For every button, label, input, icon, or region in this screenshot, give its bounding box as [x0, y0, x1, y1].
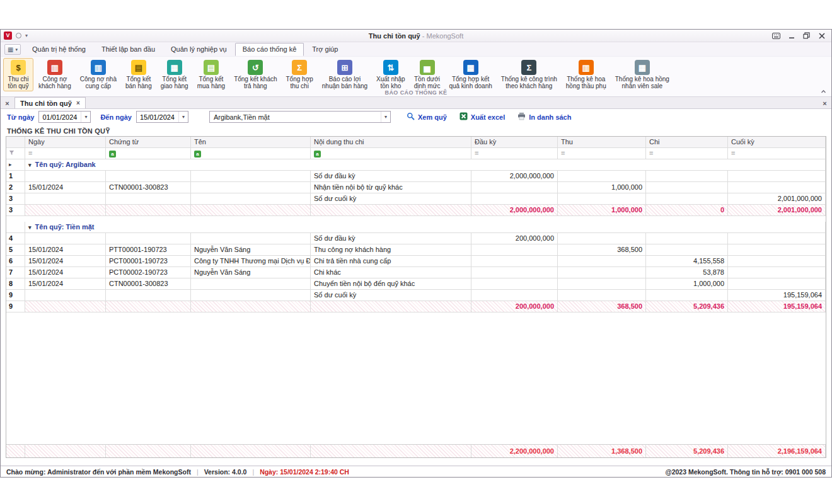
ribbon-item-9[interactable]: ⇅Xuất nhập tồn kho — [373, 58, 409, 91]
column-filter-7[interactable]: = — [728, 148, 826, 159]
text-filter-icon: a — [194, 151, 201, 158]
table-row[interactable]: 215/01/2024CTN00001-300823Nhận tiền nội … — [6, 182, 826, 193]
action-button-0[interactable]: Xem quỹ — [407, 112, 447, 122]
quick-access-toggle-icon[interactable] — [16, 33, 21, 38]
cell-4 — [471, 267, 558, 278]
close-all-tabs-icon[interactable]: × — [3, 98, 12, 108]
ribbon-item-12[interactable]: ΣThống kê công trình theo khách hàng — [497, 58, 561, 91]
row-filter-icon[interactable] — [6, 148, 25, 159]
column-header-1[interactable]: Chứng từ — [106, 137, 191, 148]
from-date-value[interactable] — [39, 112, 81, 122]
ribbon-item-4[interactable]: ▦Tổng kết giao hàng — [157, 58, 192, 91]
cell-2 — [191, 182, 311, 193]
group-gap — [6, 216, 826, 222]
action-button-1[interactable]: Xuất excel — [459, 112, 505, 122]
column-header-2[interactable]: Tên — [191, 137, 311, 148]
column-header-7[interactable]: Cuối kỳ — [728, 137, 826, 148]
ribbon-item-8[interactable]: ⊞Báo cáo lợi nhuận bán hàng — [318, 58, 371, 91]
menu-tab-0[interactable]: Quản trị hệ thống — [25, 43, 93, 56]
table-row[interactable]: 515/01/2024PTT00001-190723Nguyễn Văn Sán… — [6, 244, 826, 256]
ribbon-item-14[interactable]: ▦Thống kê hoa hồng nhân viên sale — [611, 58, 673, 91]
menu-tab-4[interactable]: Trợ giúp — [304, 43, 345, 56]
table-row[interactable]: 4Số dư đầu kỳ200,000,000 — [6, 233, 826, 244]
to-date-label: Đến ngày — [100, 113, 132, 121]
column-filter-6[interactable]: = — [646, 148, 728, 159]
menu-tab-1[interactable]: Thiết lập ban đầu — [94, 43, 163, 56]
to-date-value[interactable] — [137, 112, 178, 122]
ribbon-item-2[interactable]: ▥Công nợ nhà cung cấp — [76, 58, 120, 91]
table-row[interactable]: 815/01/2024CTN00001-300823Chuyển tiền nộ… — [6, 278, 826, 290]
app-menu-button[interactable]: ▦ ▾ — [4, 44, 21, 55]
keyboard-shortcuts-icon[interactable] — [770, 31, 783, 41]
menu-tab-3[interactable]: Báo cáo thống kê — [235, 43, 304, 56]
action-button-label: Xuất excel — [471, 113, 505, 121]
filter-bar: Từ ngày ▾ Đến ngày ▾ Argibank,Tiền mặt ▾… — [1, 109, 831, 125]
window-title-main: Thu chi tồn quỹ — [369, 32, 420, 40]
table-row[interactable]: 615/01/2024PCT00001-190723Công ty TNHH T… — [6, 256, 826, 267]
grand-total-row: 2,200,000,0001,368,5005,209,4362,196,159… — [6, 444, 826, 457]
table-row[interactable]: 9Số dư cuối kỳ195,159,064 — [6, 290, 826, 301]
ribbon-item-10[interactable]: ▅Tồn dưới định mức — [410, 58, 444, 91]
column-filter-0[interactable]: = — [25, 148, 106, 159]
from-date-input[interactable]: ▾ — [38, 111, 91, 123]
menu-tab-2[interactable]: Quản lý nghiệp vụ — [163, 43, 234, 56]
column-header-3[interactable]: Nội dung thu chi — [311, 137, 471, 148]
ribbon-item-3[interactable]: ▤Tổng kết bán hàng — [122, 58, 156, 91]
column-filter-1[interactable]: a — [106, 148, 191, 159]
cell-6 — [646, 182, 728, 193]
search-icon — [407, 112, 415, 122]
ribbon-item-11[interactable]: ▦Tổng hợp kết quả kinh doanh — [445, 58, 495, 91]
ribbon-item-1[interactable]: ▥Công nợ khách hàng — [35, 58, 75, 91]
column-header-0[interactable]: Ngày — [25, 137, 106, 148]
window-controls — [770, 31, 828, 41]
row-number: 9 — [6, 290, 25, 301]
doc-tab-thu-chi-ton-quy[interactable]: Thu chi tồn quỹ × — [14, 97, 86, 108]
table-row[interactable]: 3Số dư cuối kỳ2,001,000,000 — [6, 193, 826, 205]
cell-4 — [471, 256, 558, 267]
fund-select[interactable]: Argibank,Tiền mặt ▾ — [209, 111, 391, 123]
column-filter-2[interactable]: a — [191, 148, 311, 159]
customer-returns-icon: ↺ — [248, 60, 263, 75]
ribbon-item-6[interactable]: ↺Tổng kết khách trả hàng — [230, 58, 280, 91]
cell-4: 2,000,000,000 — [471, 171, 558, 182]
column-filter-4[interactable]: = — [471, 148, 558, 159]
close-tab-icon[interactable]: × — [76, 100, 80, 106]
ribbon-item-7[interactable]: ΣTổng hợp thu chi — [282, 58, 317, 91]
row-number: 3 — [6, 193, 25, 205]
text-filter-icon: a — [314, 151, 321, 158]
table-row[interactable]: 715/01/2024PCT00002-190723Nguyễn Văn Sán… — [6, 267, 826, 278]
restore-icon[interactable] — [800, 31, 813, 41]
cell-0 — [25, 193, 106, 205]
column-filter-5[interactable]: = — [558, 148, 646, 159]
cell-4: 200,000,000 — [471, 233, 558, 244]
action-button-2[interactable]: In danh sách — [517, 112, 571, 122]
grid-icon: ▦ — [8, 46, 13, 53]
column-header-4[interactable]: Đầu kỳ — [471, 137, 558, 148]
collapse-group-icon[interactable]: ▾ — [28, 224, 32, 231]
collapse-group-icon[interactable]: ▾ — [28, 162, 32, 168]
column-filter-3[interactable]: a — [311, 148, 471, 159]
ribbon-item-13[interactable]: ▥Thống kê hoa hồng thầu phụ — [562, 58, 610, 91]
quick-access-dropdown-icon[interactable]: ▾ — [25, 33, 28, 38]
cell-3: Số dư cuối kỳ — [311, 290, 471, 301]
group-row-0[interactable]: ▸▾ Tên quỹ: Argibank — [6, 159, 826, 171]
to-date-input[interactable]: ▾ — [136, 111, 188, 123]
cell-4 — [471, 182, 558, 193]
calendar-dropdown-icon[interactable]: ▾ — [178, 112, 188, 122]
minimize-icon[interactable] — [785, 31, 798, 41]
chevron-down-icon[interactable]: ▾ — [381, 112, 390, 122]
calendar-dropdown-icon[interactable]: ▾ — [81, 112, 90, 122]
group-row-1[interactable]: ▾ Tên quỹ: Tiền mặt — [6, 222, 826, 233]
chevron-down-icon: ▾ — [15, 47, 18, 52]
from-date-label: Từ ngày — [7, 113, 34, 121]
ribbon-item-5[interactable]: ▤Tổng kết mua hàng — [194, 58, 229, 91]
ribbon-item-0[interactable]: $Thu chi tồn quỹ — [3, 58, 33, 91]
column-header-5[interactable]: Thu — [558, 137, 646, 148]
column-header-6[interactable]: Chi — [646, 137, 728, 148]
ribbon-item-label: Xuất nhập tồn kho — [376, 76, 405, 89]
close-icon[interactable] — [815, 31, 828, 41]
close-document-icon[interactable]: × — [820, 98, 829, 108]
table-row[interactable]: 1Số dư đầu kỳ2,000,000,000 — [6, 171, 826, 182]
cell-4 — [471, 193, 558, 205]
collapse-ribbon-icon[interactable] — [821, 88, 826, 96]
